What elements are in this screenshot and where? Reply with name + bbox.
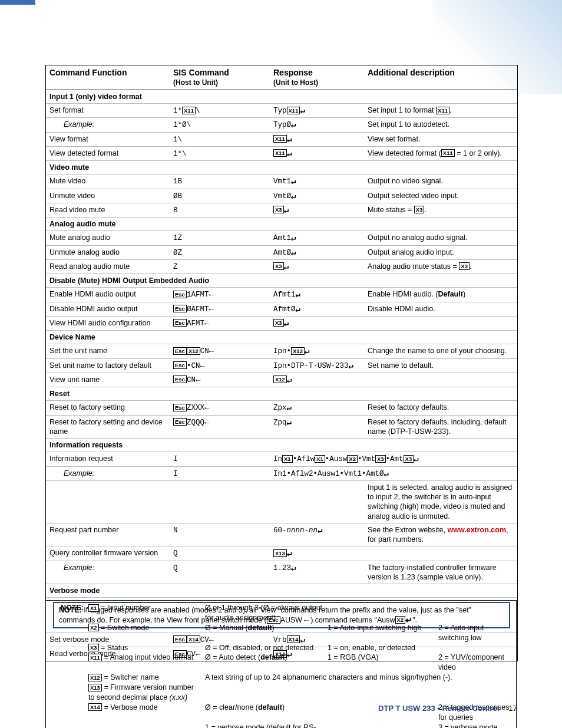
footer-page-number: 17 (509, 704, 517, 713)
cell-function: Mute video (46, 174, 170, 189)
cell-response: X12↵ (270, 373, 364, 387)
return-icon: ↵ (287, 420, 292, 426)
section-row: Disable (Mute) HDMI Output Embedded Audi… (46, 274, 517, 288)
header-command-function: Command Function (46, 65, 170, 90)
var-tag: X14 (88, 703, 102, 711)
cell-description: Set input 1 to format X11. (364, 104, 517, 118)
cell-command: 1*X11\ (170, 104, 270, 118)
var-tag: Esc (173, 375, 187, 383)
section-row: Input 1 (only) video format (46, 90, 517, 103)
var-tag: X3 (88, 644, 99, 651)
cell-response: X3↵ (270, 259, 364, 274)
var-tag: X11 (436, 107, 449, 114)
cell-response: AfmtØ↵ (270, 302, 364, 316)
cell-command: EscØAFMT← (170, 302, 270, 316)
footnote-row: 1 = verbose mode (default for RS-232 or … (49, 723, 513, 729)
cell-command: I (170, 466, 270, 480)
footnote-label: NOTE: (61, 604, 84, 612)
cell-function: Read analog audio mute (46, 259, 170, 274)
section-title: Analog audio mute (46, 218, 517, 231)
cell-command: I (170, 452, 270, 466)
footnote-mid (203, 683, 513, 703)
cell-description: View set format. (364, 132, 517, 146)
return-icon: ↵ (291, 250, 296, 256)
cell-response-wide: In1•Aflw2•Ausw1•Vmt1•AmtØ↵ (270, 466, 517, 480)
footnote-mid: Ø = Manual (default) (203, 623, 325, 643)
var-tag: X3 (273, 319, 284, 327)
cell-function: Example: (46, 466, 170, 480)
footnote-left: X3 = Status (86, 643, 203, 653)
cell-function: Query controller firmware version (46, 546, 170, 561)
cell-command: Q (170, 546, 270, 561)
page-footer: DTP T USW 233 • Remote Control 17 (378, 704, 517, 713)
return-icon: ↵ (384, 471, 389, 477)
cell-function: Set unit name to factory default (46, 358, 170, 373)
var-tag: X12 (187, 347, 200, 355)
table-row: View unit nameEscCN←X12↵ (46, 373, 517, 387)
section-title: Reset (46, 387, 517, 401)
var-tag: Esc (173, 319, 187, 327)
return-icon: ↵ (287, 551, 292, 556)
var-tag: X1 (282, 455, 293, 463)
section-title: Input 1 (only) video format (46, 90, 517, 103)
footer-title: DTP T USW 233 • Remote Control (378, 704, 500, 713)
var-tag: X1 (88, 604, 99, 612)
cell-response: VmtØ↵ (270, 189, 364, 203)
cell-function: Enable HDMI audio output (46, 288, 170, 302)
table-row: Read analog audio muteZX3↵Analog audio m… (46, 259, 517, 274)
footnote-r2: 3 = verbose mode and tagged for queries (436, 723, 513, 729)
var-tag: X2 (347, 455, 358, 463)
cell-response: Ipn•DTP-T-USW-233↵ (270, 358, 364, 373)
cell-response: X13↵ (270, 546, 364, 561)
var-tag: X11 (441, 149, 455, 157)
var-tag: X3 (375, 455, 386, 463)
footnote-r2: 2 = YUV/component video (436, 653, 513, 673)
cell-response: TypØ↵ (270, 118, 364, 132)
left-arrow-icon: ← (196, 377, 200, 383)
cell-function: Disable HDMI audio output (46, 302, 170, 316)
footnote-left: X1 = Input number (86, 603, 203, 623)
top-accent-bar (0, 0, 35, 5)
cell-command: EscAFMT← (170, 316, 270, 330)
command-table: Command FunctionSIS Command(Host to Unit… (46, 65, 517, 661)
cell-description: Output no video signal. (364, 174, 517, 189)
return-icon: ↵ (291, 565, 296, 571)
cell-response: AmtØ↵ (270, 245, 364, 259)
return-icon: ↵ (284, 321, 289, 327)
command-table-box: Command FunctionSIS Command(Host to Unit… (45, 65, 518, 661)
var-tag: X1 (315, 455, 325, 463)
cell-description: Enable HDMI audio. (Default) (364, 288, 517, 302)
var-tag: Esc (173, 361, 187, 369)
var-tag: Esc (173, 347, 187, 355)
return-icon: ↵ (305, 348, 309, 354)
return-icon: ↵ (300, 108, 305, 114)
return-icon: ↵ (296, 307, 300, 312)
footnote-row: X11 = Analog input video formatØ = Auto … (49, 653, 513, 673)
cell-function: Example: (46, 118, 170, 132)
table-row: View format1\X11↵View set format. (46, 132, 517, 146)
return-icon: ↵ (291, 235, 296, 241)
table-row: Reset to factory setting and device name… (46, 415, 517, 439)
footnote-left: X12 = Switcher name (86, 673, 203, 683)
left-arrow-icon: ← (209, 307, 213, 312)
table-row: Set the unit nameEscX12CN←Ipn•X12↵Change… (46, 344, 517, 358)
table-row: Disable HDMI audio outputEscØAFMT←AfmtØ↵… (46, 302, 517, 316)
cell-description: The factory-installed controller firmwar… (364, 561, 517, 584)
cell-description: Set name to default. (364, 358, 517, 373)
cell-function: Information request (46, 452, 170, 466)
cell-response: X11↵ (270, 132, 364, 146)
footnote-mid: Ø or 1 through 3 (Ø = always output for … (203, 603, 325, 623)
footnote-r2: 2 = Auto-input switching low (436, 623, 513, 643)
cell-function: View format (46, 132, 170, 146)
cell-response-wide: InX1•AflwX1•AuswX2•VmtX3•AmtX3↵ (270, 452, 517, 466)
cell-command: 1B (170, 174, 270, 189)
footnote-left: X13 = Firmware version number to second … (86, 683, 203, 703)
cell-function: Set the unit name (46, 344, 170, 358)
cell-function: Unmute analog audio (46, 245, 170, 259)
cell-command: EscCN← (170, 373, 270, 387)
cell-response: Zpq↵ (270, 415, 364, 439)
left-arrow-icon: ← (204, 420, 209, 426)
cell-command: Q (170, 561, 270, 584)
cell-function: Reset to factory setting (46, 401, 170, 415)
cell-description: See the Extron website, www.extron.com, … (364, 523, 517, 546)
